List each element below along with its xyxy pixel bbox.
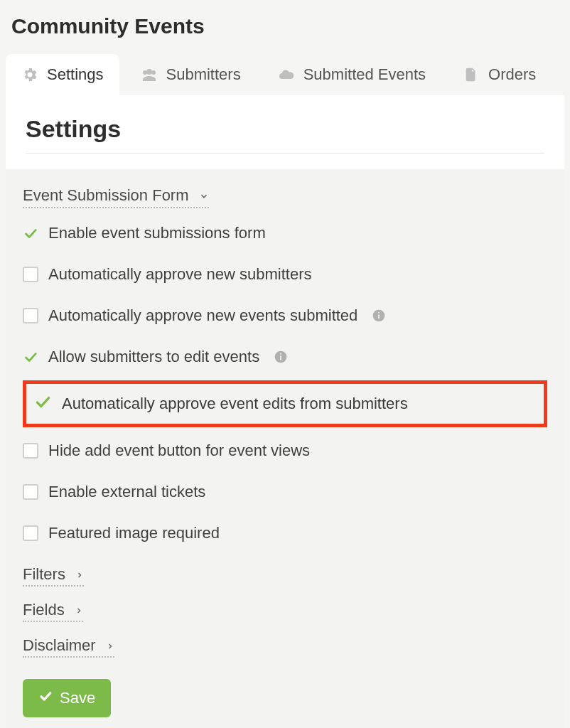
chevron-right-icon	[75, 565, 84, 583]
accordion-fields[interactable]: Fields	[23, 601, 83, 622]
option-featured-image-required[interactable]: Featured image required	[23, 513, 547, 554]
tab-bar: Settings Submitters Submitted Events Ord…	[0, 54, 570, 95]
tab-label: Submitted Events	[303, 65, 426, 84]
option-auto-approve-events[interactable]: Automatically approve new events submitt…	[23, 295, 547, 336]
option-external-tickets[interactable]: Enable external tickets	[23, 471, 547, 513]
chevron-right-icon	[106, 636, 114, 654]
checkbox-unchecked[interactable]	[23, 443, 38, 459]
accordion-disclaimer[interactable]: Disclaimer	[23, 636, 114, 658]
tab-settings[interactable]: Settings	[6, 54, 119, 95]
option-label: Hide add event button for event views	[48, 441, 310, 460]
option-auto-approve-edits-highlighted[interactable]: Automatically approve event edits from s…	[23, 380, 547, 427]
settings-panel: Settings Event Submission Form Enable ev…	[6, 95, 564, 728]
document-icon	[463, 66, 480, 83]
accordion-label: Event Submission Form	[23, 186, 189, 204]
option-label: Enable external tickets	[48, 483, 205, 501]
option-auto-approve-submitters[interactable]: Automatically approve new submitters	[23, 254, 547, 295]
svg-rect-1	[379, 315, 380, 319]
tab-orders[interactable]: Orders	[447, 54, 552, 95]
save-button-label: Save	[60, 689, 95, 707]
accordion-label: Disclaimer	[23, 636, 96, 654]
option-label: Automatically approve event edits from s…	[62, 395, 408, 413]
form-area: Event Submission Form Enable event submi…	[6, 169, 564, 728]
tab-label: Orders	[488, 65, 536, 84]
info-icon[interactable]	[274, 350, 288, 364]
chevron-down-icon	[199, 187, 209, 205]
option-label: Automatically approve new events submitt…	[48, 306, 357, 325]
tab-label: Submitters	[166, 65, 241, 84]
cloud-upload-icon	[278, 66, 295, 83]
option-label: Featured image required	[48, 524, 220, 542]
chevron-right-icon	[75, 601, 83, 619]
svg-rect-4	[280, 356, 281, 360]
checkbox-unchecked[interactable]	[23, 308, 38, 323]
checkmark-icon	[23, 349, 38, 365]
section-heading: Settings	[26, 115, 544, 153]
checkbox-unchecked[interactable]	[23, 484, 38, 500]
checkbox-unchecked[interactable]	[23, 267, 38, 282]
divider	[26, 153, 544, 154]
check-icon	[38, 689, 53, 707]
option-enable-form[interactable]: Enable event submissions form	[23, 213, 547, 254]
accordion-label: Filters	[23, 565, 65, 583]
tab-submitted-events[interactable]: Submitted Events	[262, 54, 441, 95]
checkbox-unchecked[interactable]	[23, 525, 38, 541]
gear-icon	[21, 66, 38, 83]
option-label: Enable event submissions form	[48, 224, 266, 242]
svg-rect-5	[280, 353, 281, 355]
tab-submitters[interactable]: Submitters	[125, 54, 257, 95]
users-icon	[141, 66, 158, 83]
svg-rect-2	[379, 312, 380, 314]
accordion-event-submission-form[interactable]: Event Submission Form	[23, 186, 209, 208]
checkmark-icon	[33, 392, 52, 415]
option-label: Automatically approve new submitters	[48, 265, 312, 284]
info-icon[interactable]	[372, 309, 386, 323]
option-label: Allow submitters to edit events	[48, 348, 259, 366]
accordion-filters[interactable]: Filters	[23, 565, 84, 587]
tab-label: Settings	[47, 65, 104, 84]
page-title: Community Events	[0, 0, 570, 54]
accordion-label: Fields	[23, 601, 65, 619]
option-hide-add-button[interactable]: Hide add event button for event views	[23, 430, 547, 471]
option-allow-edit[interactable]: Allow submitters to edit events	[23, 336, 547, 378]
checkmark-icon	[23, 225, 38, 241]
save-button[interactable]: Save	[23, 679, 111, 717]
